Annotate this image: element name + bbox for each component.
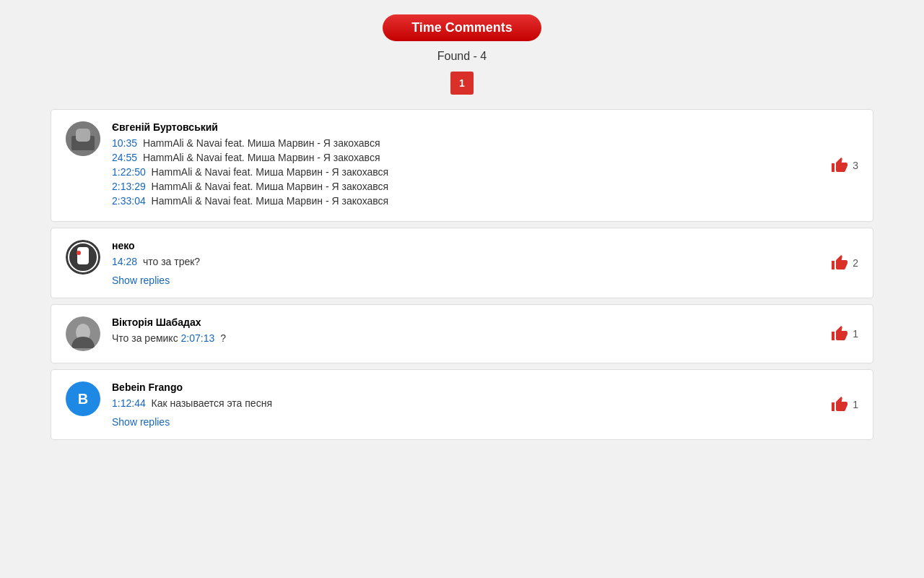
comment-line-3-1: Что за ремикс 2:07:13 ? xyxy=(112,332,858,344)
avatar-viktoria xyxy=(66,316,100,351)
avatar-neko xyxy=(66,240,100,275)
thumbs-up-icon-4 xyxy=(831,396,848,413)
found-text: Found - 4 xyxy=(437,50,487,63)
thumbs-up-icon-2 xyxy=(831,254,848,272)
comment-body-2: неко 14:28 что за трек? Show replies xyxy=(112,240,858,286)
svg-rect-5 xyxy=(77,247,89,264)
thumbs-up-icon-3 xyxy=(831,325,848,342)
username-bebein: Bebein Frango xyxy=(112,381,858,393)
pagination: 1 xyxy=(450,72,474,95)
show-replies-button-2[interactable]: Show replies xyxy=(112,272,170,286)
username-neko: неко xyxy=(112,240,858,251)
timestamp-2-1[interactable]: 14:28 xyxy=(112,256,137,267)
timestamp-1-5[interactable]: 2:33:04 xyxy=(112,195,146,207)
svg-rect-2 xyxy=(76,129,90,142)
timestamp-1-3[interactable]: 1:22:50 xyxy=(112,166,146,178)
timestamp-1-2[interactable]: 24:55 xyxy=(112,152,137,163)
thumbs-up-icon-1 xyxy=(831,157,848,174)
timestamp-4-1[interactable]: 1:12:44 xyxy=(112,397,146,409)
comment-card-2: неко 14:28 что за трек? Show replies 2 xyxy=(51,228,873,298)
comment-line-1-3: 1:22:50 HammAli & Navai feat. Миша Марви… xyxy=(112,166,858,178)
comment-card-3: Вікторія Шабадах Что за ремикс 2:07:13 ?… xyxy=(51,304,873,363)
comment-line-1-5: 2:33:04 HammAli & Navai feat. Миша Марви… xyxy=(112,195,858,207)
comment-line-1-4: 2:13:29 HammAli & Navai feat. Миша Марви… xyxy=(112,181,858,192)
comments-area: Євгеній Буртовський 10:35 HammAli & Nava… xyxy=(51,109,873,440)
avatar-evgeniy xyxy=(66,121,100,156)
comment-line-2-1: 14:28 что за трек? xyxy=(112,256,858,267)
like-count-2: 2 xyxy=(853,257,858,269)
comment-body-1: Євгеній Буртовський 10:35 HammAli & Nava… xyxy=(112,121,858,210)
username-viktoria: Вікторія Шабадах xyxy=(112,316,858,328)
comment-card-1: Євгеній Буртовський 10:35 HammAli & Nava… xyxy=(51,109,873,222)
username-evgeniy: Євгеній Буртовський xyxy=(112,121,858,133)
like-section-4: 1 xyxy=(831,396,858,413)
show-replies-button-4[interactable]: Show replies xyxy=(112,413,170,428)
avatar-bebein: B xyxy=(66,381,100,416)
page-1-button[interactable]: 1 xyxy=(450,72,474,95)
comment-line-1-1: 10:35 HammAli & Navai feat. Миша Марвин … xyxy=(112,137,858,149)
comment-line-1-2: 24:55 HammAli & Navai feat. Миша Марвин … xyxy=(112,152,858,163)
comment-line-4-1: 1:12:44 Как называется эта песня xyxy=(112,397,858,409)
title-badge: Time Comments xyxy=(383,14,541,41)
header-section: Time Comments Found - 4 1 xyxy=(0,14,924,95)
comment-body-4: Bebein Frango 1:12:44 Как называется эта… xyxy=(112,381,858,428)
like-count-1: 3 xyxy=(853,160,858,171)
like-section-3: 1 xyxy=(831,325,858,342)
svg-point-6 xyxy=(77,251,81,255)
like-section-2: 2 xyxy=(831,254,858,272)
timestamp-1-4[interactable]: 2:13:29 xyxy=(112,181,146,192)
timestamp-1-1[interactable]: 10:35 xyxy=(112,137,137,149)
like-count-3: 1 xyxy=(853,328,858,340)
timestamp-3-1[interactable]: 2:07:13 xyxy=(181,332,215,344)
like-section-1: 3 xyxy=(831,157,858,174)
comment-body-3: Вікторія Шабадах Что за ремикс 2:07:13 ? xyxy=(112,316,858,347)
like-count-4: 1 xyxy=(853,399,858,410)
comment-card-4: B Bebein Frango 1:12:44 Как называется э… xyxy=(51,369,873,440)
